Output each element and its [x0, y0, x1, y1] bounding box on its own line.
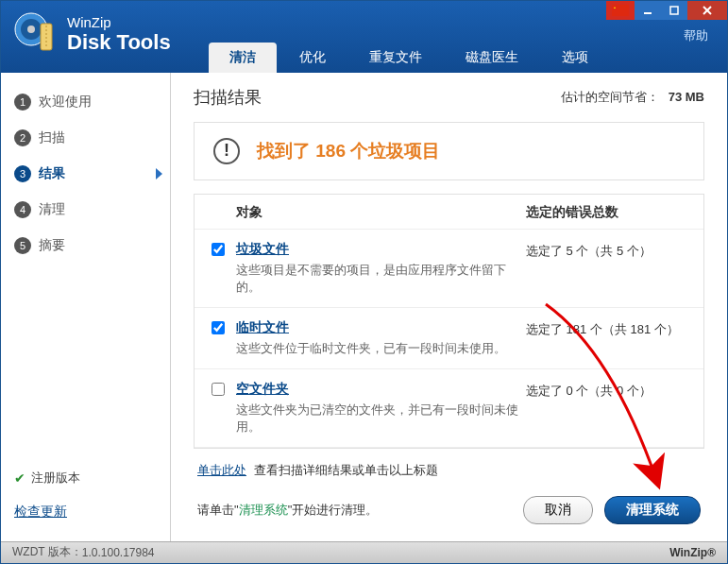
alert-box: ! 找到了 186 个垃圾项目	[194, 122, 704, 180]
main-tabs: 清洁 优化 重复文件 磁盘医生 选项	[209, 43, 609, 73]
tab-optimize[interactable]: 优化	[279, 43, 347, 73]
table-row: 空文件夹 这些文件夹为已清空的文件夹，并已有一段时间未使用。 选定了 0 个（共…	[195, 369, 703, 448]
tab-disk-doctor[interactable]: 磁盘医生	[445, 43, 539, 73]
details-link[interactable]: 单击此处	[197, 463, 246, 477]
table-row: 垃圾文件 这些项目是不需要的项目，是由应用程序文件留下的。 选定了 5 个（共 …	[195, 230, 703, 308]
registered-label: 注册版本	[31, 470, 80, 487]
step-label: 结果	[39, 165, 65, 182]
row-count: 选定了 5 个（共 5 个）	[526, 241, 686, 296]
tab-duplicates[interactable]: 重复文件	[348, 43, 443, 73]
space-saved-value: 73 MB	[669, 90, 704, 104]
page-title: 扫描结果	[194, 86, 262, 109]
version-label: WZDT 版本：	[12, 544, 82, 560]
row-title-link[interactable]: 临时文件	[236, 319, 526, 336]
step-number: 2	[14, 129, 31, 146]
table-header: 对象 选定的错误总数	[195, 195, 703, 230]
action-row: 请单击"清理系统"开始进行清理。 取消 清理系统	[194, 479, 704, 532]
main-header: 扫描结果 估计的空间节省： 73 MB	[194, 86, 704, 109]
svg-rect-8	[670, 7, 678, 14]
row-description: 这些文件位于临时文件夹，已有一段时间未使用。	[236, 340, 526, 357]
cancel-button[interactable]: 取消	[523, 496, 593, 524]
sidebar-footer: ✔ 注册版本 检查更新	[1, 460, 170, 530]
step-summary[interactable]: 5 摘要	[1, 228, 170, 264]
step-scan[interactable]: 2 扫描	[1, 120, 170, 156]
brand-name: WinZip	[67, 14, 171, 30]
maximize-button[interactable]	[661, 1, 687, 20]
sidebar: 1 欢迎使用 2 扫描 3 结果 4 清理 5 摘要	[1, 73, 171, 541]
step-label: 清理	[39, 201, 65, 218]
step-clean[interactable]: 4 清理	[1, 192, 170, 228]
language-flag-icon[interactable]	[606, 1, 635, 20]
step-label: 摘要	[39, 237, 65, 254]
action-buttons: 取消 清理系统	[523, 496, 701, 524]
minimize-button[interactable]	[635, 1, 661, 20]
row-description: 这些项目是不需要的项目，是由应用程序文件留下的。	[236, 262, 526, 296]
check-icon: ✔	[14, 470, 25, 486]
row-count: 选定了 181 个（共 181 个）	[526, 319, 686, 357]
row-checkbox[interactable]	[212, 243, 225, 256]
svg-point-2	[27, 26, 35, 33]
space-saved-label: 估计的空间节省：	[561, 90, 659, 104]
details-row: 单击此处 查看扫描详细结果或单击以上标题	[194, 449, 704, 479]
app-window: WinZip Disk Tools 帮助 清洁 优化 重复文件 磁盘医生 选	[0, 0, 728, 564]
col-errors: 选定的错误总数	[526, 204, 686, 221]
svg-rect-5	[612, 5, 629, 16]
step-number: 3	[14, 165, 31, 182]
step-label: 欢迎使用	[39, 94, 92, 111]
space-saved: 估计的空间节省： 73 MB	[561, 89, 704, 106]
table-row: 临时文件 这些文件位于临时文件夹，已有一段时间未使用。 选定了 181 个（共 …	[195, 308, 703, 369]
alert-icon: !	[213, 138, 240, 164]
row-title-link[interactable]: 垃圾文件	[236, 241, 526, 258]
app-logo-icon	[12, 10, 59, 58]
tab-clean[interactable]: 清洁	[209, 43, 277, 73]
window-controls	[606, 1, 727, 20]
brand-footer: WinZip®	[669, 546, 716, 559]
logo-area: WinZip Disk Tools	[1, 1, 182, 58]
step-number: 1	[14, 94, 31, 111]
step-list: 1 欢迎使用 2 扫描 3 结果 4 清理 5 摘要	[1, 84, 170, 460]
close-button[interactable]	[687, 1, 727, 20]
body: 1 欢迎使用 2 扫描 3 结果 4 清理 5 摘要	[1, 73, 727, 541]
results-table: 对象 选定的错误总数 垃圾文件 这些项目是不需要的项目，是由应用程序文件留下的。…	[194, 194, 704, 449]
action-hint: 请单击"清理系统"开始进行清理。	[197, 502, 378, 519]
step-label: 扫描	[39, 129, 65, 146]
tab-options[interactable]: 选项	[541, 43, 609, 73]
row-checkbox[interactable]	[212, 383, 225, 396]
row-title-link[interactable]: 空文件夹	[236, 381, 526, 398]
alert-text: 找到了 186 个垃圾项目	[257, 139, 440, 163]
step-welcome[interactable]: 1 欢迎使用	[1, 84, 170, 120]
titlebar: WinZip Disk Tools 帮助 清洁 优化 重复文件 磁盘医生 选	[1, 1, 727, 73]
brand-sub: Disk Tools	[67, 30, 171, 55]
statusbar: WZDT 版本： 1.0.100.17984 WinZip®	[1, 541, 727, 563]
main-content: 扫描结果 估计的空间节省： 73 MB ! 找到了 186 个垃圾项目 对象 选…	[171, 73, 727, 541]
details-text: 查看扫描详细结果或单击以上标题	[254, 463, 438, 477]
step-number: 5	[14, 237, 31, 254]
col-object: 对象	[212, 204, 526, 221]
registered-version: ✔ 注册版本	[14, 470, 157, 487]
check-update-link[interactable]: 检查更新	[14, 504, 157, 521]
version-value: 1.0.100.17984	[82, 546, 155, 559]
step-results[interactable]: 3 结果	[1, 156, 170, 192]
row-checkbox[interactable]	[212, 321, 225, 334]
help-link[interactable]: 帮助	[684, 27, 708, 44]
clean-system-button[interactable]: 清理系统	[604, 496, 701, 524]
step-number: 4	[14, 201, 31, 218]
row-count: 选定了 0 个（共 0 个）	[526, 381, 686, 436]
row-description: 这些文件夹为已清空的文件夹，并已有一段时间未使用。	[236, 402, 526, 436]
